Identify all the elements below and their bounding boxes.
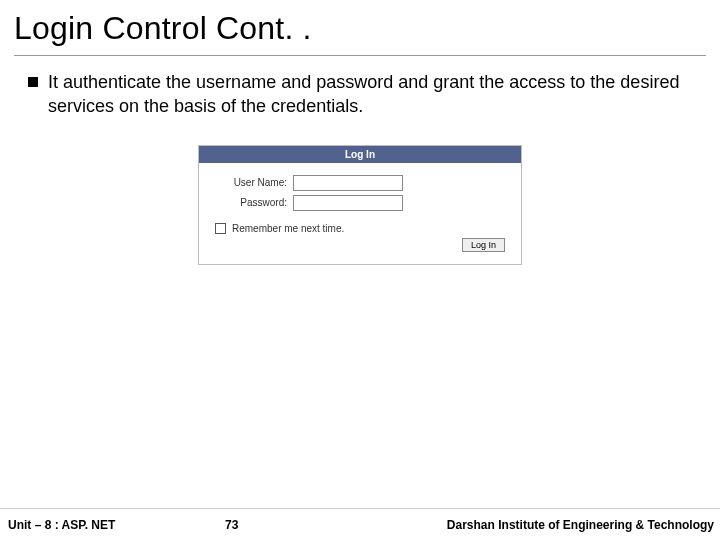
content-area: It authenticate the username and passwor… <box>0 56 720 265</box>
remember-checkbox[interactable] <box>215 223 226 234</box>
bullet-text: It authenticate the username and passwor… <box>48 70 692 119</box>
password-row: Password: <box>209 195 511 211</box>
bullet-item: It authenticate the username and passwor… <box>28 70 692 119</box>
password-label: Password: <box>209 197 287 208</box>
login-header: Log In <box>199 146 521 163</box>
slide-footer: Unit – 8 : ASP. NET 73 Darshan Institute… <box>0 508 720 540</box>
footer-organization: Darshan Institute of Engineering & Techn… <box>447 518 714 532</box>
password-input[interactable] <box>293 195 403 211</box>
remember-label: Remember me next time. <box>232 223 344 234</box>
username-row: User Name: <box>209 175 511 191</box>
login-button[interactable]: Log In <box>462 238 505 252</box>
remember-row: Remember me next time. <box>209 223 511 234</box>
footer-page-number: 73 <box>225 518 238 532</box>
username-label: User Name: <box>209 177 287 188</box>
login-control-figure: Log In User Name: Password: Remember me … <box>198 145 522 265</box>
footer-unit: Unit – 8 : ASP. NET <box>0 518 115 532</box>
username-input[interactable] <box>293 175 403 191</box>
bullet-marker-icon <box>28 77 38 87</box>
slide-title: Login Control Cont. . <box>14 10 706 47</box>
